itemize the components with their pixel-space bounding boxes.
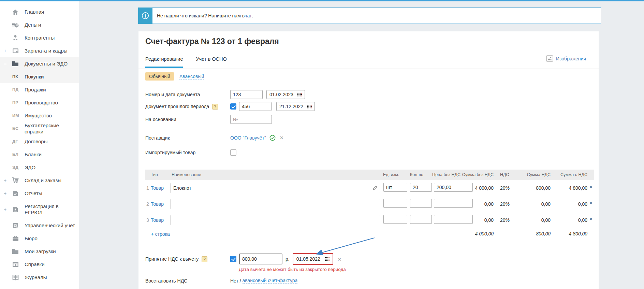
sidebar-item-имущество[interactable]: ИМИмущество: [0, 109, 79, 122]
unit-input[interactable]: [383, 215, 407, 224]
unit-input[interactable]: [383, 199, 407, 208]
sidebar-item-бухгалтерские-справки[interactable]: БСБухгалтерские справки: [0, 122, 79, 135]
sidebar-item-label: Зарплата и кадры: [25, 48, 76, 54]
sidebar-item-управленческий-учет[interactable]: Управленческий учет: [0, 219, 79, 232]
expand-plus-icon[interactable]: +: [3, 178, 8, 183]
sum-with-vat-value[interactable]: 4 800,00: [569, 185, 588, 191]
column-header-5: Цена без НДС: [432, 170, 460, 180]
sidebar-item-зарплата-и-кадры[interactable]: +Зарплата и кадры: [0, 44, 79, 57]
sidebar-item-контрагенты[interactable]: Контрагенты: [0, 31, 79, 44]
collapse-minus-icon[interactable]: −: [3, 61, 8, 67]
sidebar-item-продажи[interactable]: ПДПродажи: [0, 83, 79, 96]
price-input[interactable]: [434, 215, 473, 224]
sidebar-item-производство[interactable]: ПРПроизводство: [0, 96, 79, 109]
sidebar-item-эдо[interactable]: ЭДЭДО: [0, 161, 79, 174]
sidebar-item-отчеты[interactable]: +Отчеты: [0, 187, 79, 200]
basis-input[interactable]: [230, 115, 272, 124]
type-advance-link[interactable]: Авансовый: [179, 74, 204, 80]
doc-number-input[interactable]: [230, 90, 263, 99]
supplier-clear-icon[interactable]: ×: [280, 134, 283, 141]
vat-amount-input[interactable]: [239, 254, 282, 264]
sidebar-item-главная[interactable]: Главная: [0, 5, 79, 18]
past-period-checkbox[interactable]: [230, 103, 236, 110]
import-checkbox[interactable]: [230, 149, 236, 156]
sum-with-vat-value[interactable]: 0,00: [578, 201, 587, 207]
downloads-icon: [12, 248, 19, 255]
advance-invoice-link[interactable]: авансовый счет-фактура: [243, 278, 298, 284]
vat-restore-label: Восстановить НДС: [145, 278, 230, 284]
expand-plus-icon[interactable]: +: [3, 191, 8, 196]
sidebar-item-label: Бюро: [25, 235, 76, 242]
sidebar-item-документы-и-эдо[interactable]: −Документы и ЭДО: [0, 57, 79, 70]
sidebar-item-справки[interactable]: Справки: [0, 258, 79, 271]
help-icon[interactable]: ?: [212, 104, 218, 110]
row-number: 2: [146, 201, 149, 207]
delete-row-icon[interactable]: ×: [589, 201, 592, 205]
item-name-cell: [171, 199, 380, 209]
items-table-header: ТипНаименованиеЕд. изм.Кол-воЦена без НД…: [145, 170, 594, 180]
quantity-input[interactable]: [410, 215, 432, 224]
calendar-icon[interactable]: [325, 257, 330, 261]
quantity-input[interactable]: [410, 183, 432, 192]
sidebar-item-склад-и-заказы[interactable]: +Склад и заказы: [0, 174, 79, 187]
vat-rate-value[interactable]: 20%: [500, 185, 510, 191]
vat-rate-value[interactable]: 20%: [500, 201, 510, 207]
supplier-verified-icon[interactable]: [269, 135, 276, 141]
sidebar-item-мои-загрузки[interactable]: Мои загрузки: [0, 245, 79, 258]
calendar-icon[interactable]: [307, 105, 312, 109]
row-type-link[interactable]: Товар: [151, 201, 164, 207]
delete-row-icon[interactable]: ×: [589, 217, 592, 221]
help-icon[interactable]: ?: [202, 256, 207, 262]
price-input[interactable]: [434, 199, 473, 208]
row-type-link[interactable]: Товар: [151, 185, 164, 191]
calendar-icon[interactable]: [297, 93, 302, 97]
tab-editing[interactable]: Редактирование: [145, 56, 183, 68]
vat-date-input-error[interactable]: 01.05.2022: [293, 253, 333, 265]
currency-label: р.: [286, 256, 290, 262]
sum-no-vat-value[interactable]: 4 000,00: [475, 185, 494, 191]
vat-sum-value[interactable]: 0,00: [541, 217, 551, 223]
documents-icon: [12, 60, 19, 68]
past-number-input[interactable]: [239, 102, 272, 111]
sum-with-vat-value[interactable]: 0,00: [578, 217, 587, 223]
unit-input[interactable]: [383, 183, 407, 192]
vat-sum-value[interactable]: 0,00: [541, 201, 551, 207]
row-type-link[interactable]: Товар: [151, 217, 164, 223]
vat-rate-value[interactable]: 20%: [500, 217, 510, 223]
item-name-input[interactable]: [171, 183, 380, 193]
add-row-link[interactable]: + строка: [151, 231, 170, 237]
vat-date-clear-icon[interactable]: ×: [338, 256, 341, 262]
expand-plus-icon[interactable]: +: [3, 207, 8, 212]
sidebar-item-бланки[interactable]: БЛБланки: [0, 148, 79, 161]
sidebar-item-журналы[interactable]: Журналы: [0, 271, 79, 284]
type-regular-selected[interactable]: Обычный: [145, 72, 174, 81]
row-vat-deduction: Принятие НДС к вычету ? р. 01.05.2022 ×: [145, 253, 341, 265]
sidebar-item-label: Склад и заказы: [25, 177, 76, 184]
item-name-input[interactable]: [171, 215, 380, 225]
sum-no-vat-value[interactable]: 0,00: [484, 201, 494, 207]
supplier-link[interactable]: ООО "Главучёт": [230, 135, 266, 141]
column-header-7: НДС: [500, 170, 509, 180]
total-sum-with-vat: 4 800,00: [569, 231, 588, 236]
doc-date-input[interactable]: 01.02.2023: [266, 90, 305, 99]
vat-sum-value[interactable]: 800,00: [536, 185, 551, 191]
sum-no-vat-value[interactable]: 0,00: [484, 217, 494, 223]
sidebar-item-регистрация-в-егрюл[interactable]: +Регистрация в ЕГРЮЛ: [0, 200, 79, 219]
vat-deduction-checkbox[interactable]: [230, 256, 236, 262]
chat-link[interactable]: чат: [245, 13, 252, 18]
total-sum-no-vat: 4 000,00: [475, 231, 494, 236]
images-link[interactable]: Изображения: [546, 55, 586, 62]
tab-osno-accounting[interactable]: Учет в ОСНО: [196, 56, 226, 68]
sidebar-item-договоры[interactable]: ДГДоговоры: [0, 135, 79, 148]
info-banner: Не нашли что искали? Напишите нам в чат …: [138, 8, 601, 24]
item-name-input[interactable]: [171, 199, 380, 209]
sidebar-item-бюро[interactable]: Бюро: [0, 232, 79, 245]
price-input[interactable]: [434, 183, 473, 192]
page-title: Счет-фактура № 123 от 1 февраля: [145, 37, 279, 46]
quantity-input[interactable]: [410, 199, 432, 208]
past-date-input[interactable]: 21.12.2022: [276, 102, 315, 111]
delete-row-icon[interactable]: ×: [589, 185, 592, 189]
expand-plus-icon[interactable]: +: [3, 48, 8, 54]
sidebar-item-покупки[interactable]: ПКПокупки: [0, 70, 79, 83]
sidebar-item-деньги[interactable]: Деньги: [0, 18, 79, 31]
